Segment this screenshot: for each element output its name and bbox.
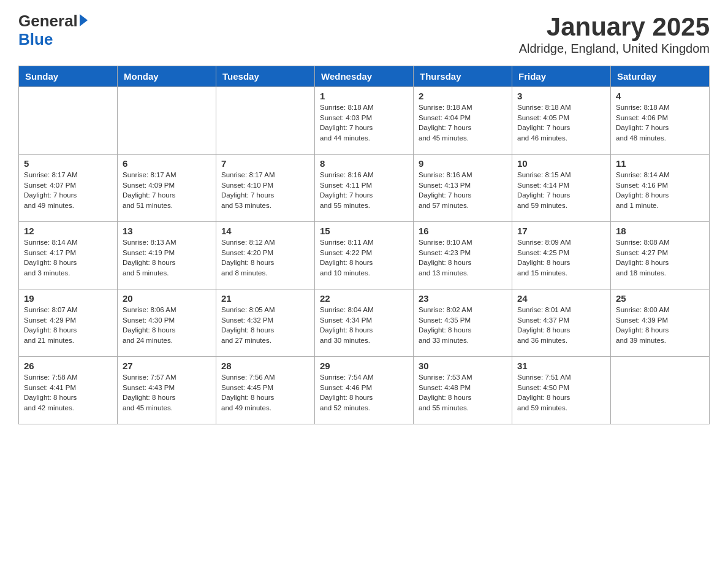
calendar-title: January 2025 [519,12,710,42]
day-info: Sunrise: 8:16 AM Sunset: 4:13 PM Dayligh… [419,170,507,211]
calendar-cell: 23Sunrise: 8:02 AM Sunset: 4:35 PM Dayli… [414,289,512,357]
day-number: 6 [123,158,211,169]
day-info: Sunrise: 8:18 AM Sunset: 4:05 PM Dayligh… [517,102,605,144]
day-number: 25 [616,293,704,304]
calendar-header-saturday: Saturday [611,66,710,87]
day-info: Sunrise: 7:57 AM Sunset: 4:43 PM Dayligh… [123,372,211,413]
calendar-row: 1Sunrise: 8:18 AM Sunset: 4:03 PM Daylig… [19,87,710,155]
day-number: 12 [24,226,112,236]
calendar-cell: 11Sunrise: 8:14 AM Sunset: 4:16 PM Dayli… [611,155,710,222]
calendar-cell: 1Sunrise: 8:18 AM Sunset: 4:03 PM Daylig… [315,87,414,155]
day-info: Sunrise: 8:08 AM Sunset: 4:27 PM Dayligh… [616,237,704,278]
day-info: Sunrise: 8:18 AM Sunset: 4:03 PM Dayligh… [320,102,408,144]
day-number: 15 [320,226,408,236]
calendar-cell: 24Sunrise: 8:01 AM Sunset: 4:37 PM Dayli… [512,289,611,357]
calendar-title-block: January 2025 Aldridge, England, United K… [519,12,710,56]
calendar-header-row: SundayMondayTuesdayWednesdayThursdayFrid… [19,66,710,87]
day-number: 5 [24,158,112,169]
day-info: Sunrise: 7:54 AM Sunset: 4:46 PM Dayligh… [320,372,408,413]
day-number: 16 [419,226,507,236]
calendar-cell: 8Sunrise: 8:16 AM Sunset: 4:11 PM Daylig… [315,155,414,222]
calendar-cell: 22Sunrise: 8:04 AM Sunset: 4:34 PM Dayli… [315,289,414,357]
day-number: 21 [221,293,309,304]
day-info: Sunrise: 8:10 AM Sunset: 4:23 PM Dayligh… [419,237,507,278]
calendar-subtitle: Aldridge, England, United Kingdom [519,42,710,56]
calendar-cell: 15Sunrise: 8:11 AM Sunset: 4:22 PM Dayli… [315,222,414,289]
day-info: Sunrise: 7:58 AM Sunset: 4:41 PM Dayligh… [24,372,112,413]
calendar-row: 12Sunrise: 8:14 AM Sunset: 4:17 PM Dayli… [19,222,710,289]
calendar-cell: 16Sunrise: 8:10 AM Sunset: 4:23 PM Dayli… [414,222,512,289]
calendar-cell [19,87,118,155]
day-info: Sunrise: 8:11 AM Sunset: 4:22 PM Dayligh… [320,237,408,278]
day-number: 3 [517,91,605,101]
day-number: 2 [419,91,507,101]
calendar-cell: 12Sunrise: 8:14 AM Sunset: 4:17 PM Dayli… [19,222,118,289]
day-number: 24 [517,293,605,304]
day-number: 18 [616,226,704,236]
day-info: Sunrise: 8:04 AM Sunset: 4:34 PM Dayligh… [320,305,408,346]
day-number: 23 [419,293,507,304]
calendar-cell: 9Sunrise: 8:16 AM Sunset: 4:13 PM Daylig… [414,155,512,222]
day-info: Sunrise: 8:18 AM Sunset: 4:04 PM Dayligh… [419,102,507,144]
day-number: 11 [616,158,704,169]
day-number: 13 [123,226,211,236]
day-info: Sunrise: 8:05 AM Sunset: 4:32 PM Dayligh… [221,305,309,346]
calendar-cell: 2Sunrise: 8:18 AM Sunset: 4:04 PM Daylig… [414,87,512,155]
day-info: Sunrise: 7:56 AM Sunset: 4:45 PM Dayligh… [221,372,309,413]
calendar-header-wednesday: Wednesday [315,66,414,87]
calendar-cell [611,357,710,424]
day-info: Sunrise: 8:06 AM Sunset: 4:30 PM Dayligh… [123,305,211,346]
day-number: 28 [221,361,309,371]
day-info: Sunrise: 8:18 AM Sunset: 4:06 PM Dayligh… [616,102,704,144]
day-info: Sunrise: 7:51 AM Sunset: 4:50 PM Dayligh… [517,372,605,413]
day-info: Sunrise: 8:14 AM Sunset: 4:17 PM Dayligh… [24,237,112,278]
day-number: 1 [320,91,408,101]
calendar-cell: 7Sunrise: 8:17 AM Sunset: 4:10 PM Daylig… [216,155,315,222]
calendar-cell: 6Sunrise: 8:17 AM Sunset: 4:09 PM Daylig… [118,155,216,222]
day-info: Sunrise: 8:15 AM Sunset: 4:14 PM Dayligh… [517,170,605,211]
day-number: 17 [517,226,605,236]
day-info: Sunrise: 8:12 AM Sunset: 4:20 PM Dayligh… [221,237,309,278]
calendar-cell: 14Sunrise: 8:12 AM Sunset: 4:20 PM Dayli… [216,222,315,289]
calendar-cell: 10Sunrise: 8:15 AM Sunset: 4:14 PM Dayli… [512,155,611,222]
calendar-cell: 18Sunrise: 8:08 AM Sunset: 4:27 PM Dayli… [611,222,710,289]
calendar-cell: 25Sunrise: 8:00 AM Sunset: 4:39 PM Dayli… [611,289,710,357]
day-number: 31 [517,361,605,371]
calendar-cell [118,87,216,155]
day-number: 10 [517,158,605,169]
calendar-header-friday: Friday [512,66,611,87]
day-info: Sunrise: 8:02 AM Sunset: 4:35 PM Dayligh… [419,305,507,346]
logo: General Blue [18,12,88,49]
day-number: 27 [123,361,211,371]
day-number: 30 [419,361,507,371]
day-number: 29 [320,361,408,371]
day-info: Sunrise: 8:14 AM Sunset: 4:16 PM Dayligh… [616,170,704,211]
calendar-row: 26Sunrise: 7:58 AM Sunset: 4:41 PM Dayli… [19,357,710,424]
calendar-cell: 29Sunrise: 7:54 AM Sunset: 4:46 PM Dayli… [315,357,414,424]
logo-blue-text: Blue [18,30,53,48]
day-info: Sunrise: 8:00 AM Sunset: 4:39 PM Dayligh… [616,305,704,346]
page-header: General Blue January 2025 Aldridge, Engl… [18,12,710,56]
day-number: 14 [221,226,309,236]
logo-arrow-icon [80,14,88,26]
calendar-header-monday: Monday [118,66,216,87]
day-info: Sunrise: 8:09 AM Sunset: 4:25 PM Dayligh… [517,237,605,278]
day-number: 22 [320,293,408,304]
day-info: Sunrise: 8:01 AM Sunset: 4:37 PM Dayligh… [517,305,605,346]
calendar-cell: 27Sunrise: 7:57 AM Sunset: 4:43 PM Dayli… [118,357,216,424]
calendar-cell: 28Sunrise: 7:56 AM Sunset: 4:45 PM Dayli… [216,357,315,424]
calendar-cell: 21Sunrise: 8:05 AM Sunset: 4:32 PM Dayli… [216,289,315,357]
day-number: 8 [320,158,408,169]
day-info: Sunrise: 8:16 AM Sunset: 4:11 PM Dayligh… [320,170,408,211]
day-info: Sunrise: 8:17 AM Sunset: 4:10 PM Dayligh… [221,170,309,211]
calendar-cell: 26Sunrise: 7:58 AM Sunset: 4:41 PM Dayli… [19,357,118,424]
logo-general-text: General [18,12,78,30]
day-number: 4 [616,91,704,101]
day-info: Sunrise: 8:17 AM Sunset: 4:09 PM Dayligh… [123,170,211,211]
day-number: 7 [221,158,309,169]
calendar-table: SundayMondayTuesdayWednesdayThursdayFrid… [18,66,710,424]
day-number: 26 [24,361,112,371]
calendar-cell: 20Sunrise: 8:06 AM Sunset: 4:30 PM Dayli… [118,289,216,357]
calendar-cell: 5Sunrise: 8:17 AM Sunset: 4:07 PM Daylig… [19,155,118,222]
day-info: Sunrise: 8:13 AM Sunset: 4:19 PM Dayligh… [123,237,211,278]
